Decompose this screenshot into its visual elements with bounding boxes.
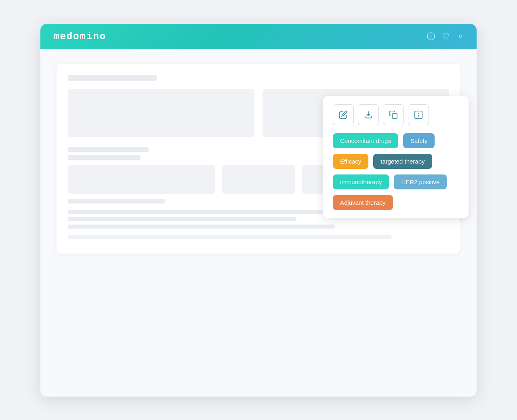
lower-block-1 bbox=[68, 165, 215, 194]
tag-concomitant-drugs[interactable]: Concomitant drugs bbox=[333, 133, 398, 148]
content-block-left bbox=[68, 89, 254, 137]
tag-efficacy[interactable]: Efficacy bbox=[333, 154, 368, 169]
toolbar-download-button[interactable] bbox=[358, 104, 379, 125]
svg-rect-1 bbox=[392, 113, 397, 118]
tags-row-4: Adjuvant therapy bbox=[333, 195, 459, 210]
skeleton-bar-1 bbox=[68, 147, 149, 152]
card-wrapper: Concomitant drugs Safety Efficacy target… bbox=[57, 64, 460, 254]
tag-safety[interactable]: Safety bbox=[403, 133, 435, 148]
user-icon[interactable]: ⚬ bbox=[457, 32, 464, 41]
tags-overlay: Concomitant drugs Safety Efficacy target… bbox=[323, 96, 469, 218]
bottom-bar-2 bbox=[68, 217, 296, 221]
bottom-block-1 bbox=[68, 235, 392, 239]
toolbar-copy-button[interactable] bbox=[383, 104, 404, 125]
tag-targeted-therapy[interactable]: targeted therapy bbox=[373, 154, 432, 169]
logo: medomino bbox=[53, 31, 106, 42]
browser-window: medomino ⓘ ♡ ⚬ bbox=[40, 24, 477, 397]
bell-icon[interactable]: ♡ bbox=[442, 32, 450, 41]
help-icon[interactable]: ⓘ bbox=[427, 31, 435, 42]
header-icons: ⓘ ♡ ⚬ bbox=[427, 31, 464, 42]
tag-her2-positive[interactable]: HER2 positive bbox=[394, 174, 447, 189]
main-content: Concomitant drugs Safety Efficacy target… bbox=[40, 49, 477, 397]
tag-immunotherapy[interactable]: immunotherapy bbox=[333, 174, 389, 189]
tags-row-2: Efficacy targeted therapy bbox=[333, 154, 459, 169]
toolbar-row bbox=[333, 104, 459, 125]
skeleton-bar-3 bbox=[68, 199, 165, 204]
toolbar-info-button[interactable] bbox=[408, 104, 429, 125]
lower-block-2 bbox=[222, 165, 295, 194]
toolbar-edit-button[interactable] bbox=[333, 104, 354, 125]
skeleton-title bbox=[68, 75, 157, 81]
bottom-bar-3 bbox=[68, 225, 335, 229]
tags-row-3: immunotherapy HER2 positive bbox=[333, 174, 459, 189]
skeleton-bar-2 bbox=[68, 155, 141, 160]
tags-row-1: Concomitant drugs Safety bbox=[333, 133, 459, 148]
tag-adjuvant-therapy[interactable]: Adjuvant therapy bbox=[333, 195, 393, 210]
tags-rows: Concomitant drugs Safety Efficacy target… bbox=[333, 133, 459, 210]
header: medomino ⓘ ♡ ⚬ bbox=[40, 24, 477, 49]
